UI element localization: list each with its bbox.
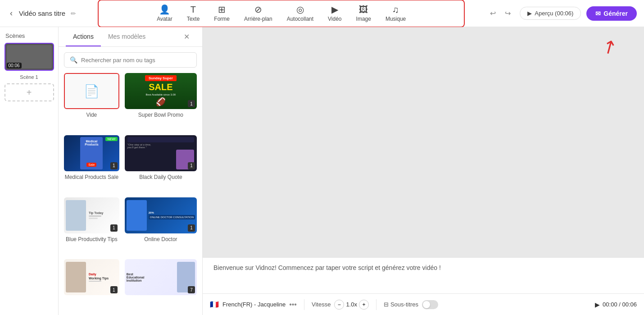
template-badge-doctor: 1 (188, 224, 195, 232)
scene-name-1: Scène 1 (20, 74, 38, 80)
toolbar-label-video: Vidéo (328, 16, 341, 22)
template-card-superbowl[interactable]: Sunday Super SALE Best Available since 3… (125, 73, 197, 130)
toolbar-item-forme[interactable]: ⊞Forme (207, 2, 237, 25)
template-card-vide[interactable]: 📄 Vide (64, 73, 119, 130)
divider-2 (376, 299, 376, 310)
scenes-panel: Scènes 00:06 Scène 1 + (0, 27, 59, 315)
back-button[interactable]: ‹ (7, 6, 15, 21)
time-display: 00:00 / 00:06 (603, 301, 637, 308)
template-badge-superbowl: 1 (188, 100, 195, 107)
toolbar-center: 👤AvatarTTexte⊞Forme⊘Arrière-plan◎Autocol… (98, 0, 465, 27)
language-flag: 🇫🇷 (210, 300, 219, 309)
scenes-label: Scènes (4, 32, 25, 39)
toolbar-icon-video: ▶ (331, 5, 338, 14)
bottom-bar: 🇫🇷 French(FR) - Jacqueline ••• Vitesse −… (203, 293, 644, 315)
toolbar-label-forme: Forme (214, 16, 230, 22)
add-scene-button[interactable]: + (5, 83, 54, 101)
panel-tabs: Actions Mes modèles ✕ (59, 27, 202, 47)
template-label-superbowl: Super Bowl Promo (125, 112, 197, 118)
preview-icon: ▶ (527, 10, 532, 17)
play-button[interactable]: ▶ (595, 301, 600, 308)
template-card-working[interactable]: Daily Working Tips 1 (64, 259, 119, 310)
speed-increase-button[interactable]: + (359, 300, 369, 310)
undo-redo-group: ↩ ↪ (486, 7, 514, 19)
toolbar-icon-texte: T (190, 5, 196, 14)
toolbar-item-musique[interactable]: ♫Musique (378, 2, 413, 25)
toolbar-item-video[interactable]: ▶Vidéo (321, 2, 349, 25)
template-label-vide: Vide (64, 112, 119, 118)
toolbar-item-avatar[interactable]: 👤Avatar (150, 2, 179, 25)
generate-button[interactable]: ✉ Générer (586, 6, 637, 21)
preview-button[interactable]: ▶ Aperçu (00:06) (520, 7, 581, 20)
tab-models[interactable]: Mes modèles (101, 27, 153, 46)
toolbar-label-autocollant: Autocollant (287, 16, 313, 22)
speed-control: − 1.0x + (334, 300, 369, 310)
speed-section: Vitesse − 1.0x + (312, 300, 369, 310)
template-label-medical: Medical Products Sale (64, 174, 119, 180)
video-title: Vidéo sans titre (19, 9, 65, 17)
undo-button[interactable]: ↩ (486, 7, 499, 19)
play-controls: ▶ 00:00 / 00:06 (595, 301, 637, 308)
template-label-blackquote: Black Daily Quote (125, 174, 197, 180)
toolbar-icon-avatar: 👤 (159, 5, 170, 14)
language-label: French(FR) - Jacqueline (222, 301, 286, 308)
template-thumb-medical: Medical Products Sale NEW! 1 (64, 135, 119, 171)
template-thumb-blackquote: "One step at a time,you'll get there." 1 (125, 135, 197, 171)
toolbar-right: ↩ ↪ ▶ Aperçu (00:06) ✉ Générer (486, 6, 637, 21)
language-options-button[interactable]: ••• (289, 301, 297, 309)
template-badge-working: 1 (110, 286, 118, 293)
template-card-blackquote[interactable]: "One step at a time,you'll get there." 1… (125, 135, 197, 192)
actions-panel: Actions Mes modèles ✕ 🔍 📄 Vide Sunday Su… (59, 27, 203, 315)
divider-1 (304, 299, 304, 310)
cc-icon: ⊟ (384, 301, 389, 308)
preview-label: Aperçu (00:06) (535, 10, 573, 17)
cc-section: ⊟ Sous-titres (384, 300, 438, 309)
template-label-productivity: Blue Productivity Tips (64, 236, 119, 242)
search-box: 🔍 (64, 52, 197, 68)
generate-label: Générer (603, 10, 628, 17)
cc-label: Sous-titres (390, 301, 418, 308)
language-section: 🇫🇷 French(FR) - Jacqueline ••• (210, 300, 297, 309)
scene-thumb-1[interactable]: 00:06 (5, 43, 54, 71)
main-area: Scènes 00:06 Scène 1 + Actions Mes modèl… (0, 27, 644, 315)
toolbar-item-arriere-plan[interactable]: ⊘Arrière-plan (237, 2, 280, 25)
template-badge-medical: 1 (110, 162, 118, 169)
toolbar-icon-image: 🖼 (359, 5, 368, 14)
generate-arrow-indicator: ↗ (598, 34, 621, 59)
template-card-doctor[interactable]: 20% ONLINE DOCTOR CONSULTATION 1 Online … (125, 197, 197, 254)
speed-value: 1.0x (346, 301, 357, 308)
toolbar-label-avatar: Avatar (157, 16, 172, 22)
tab-actions[interactable]: Actions (66, 27, 101, 46)
cc-button[interactable]: ⊟ Sous-titres (384, 301, 418, 308)
toolbar-icon-musique: ♫ (392, 5, 399, 14)
toolbar-label-texte: Texte (187, 16, 200, 22)
template-thumb-doctor: 20% ONLINE DOCTOR CONSULTATION 1 (125, 197, 197, 233)
template-card-medical[interactable]: Medical Products Sale NEW! 1 Medical Pro… (64, 135, 119, 192)
toolbar-item-texte[interactable]: TTexte (180, 2, 207, 25)
template-label-doctor: Online Doctor (125, 236, 197, 242)
template-badge-productivity: 1 (110, 224, 118, 232)
toolbar-label-image: Image (356, 16, 371, 22)
top-bar: ‹ Vidéo sans titre ✏ 👤AvatarTTexte⊞Forme… (0, 0, 644, 27)
template-thumb-vide: 📄 (64, 73, 119, 109)
template-card-productivity[interactable]: Tip Today 1 Blue Productivity Tips (64, 197, 119, 254)
toolbar-item-autocollant[interactable]: ◎Autocollant (280, 2, 321, 25)
toolbar-label-musique: Musique (385, 16, 406, 22)
generate-icon: ✉ (595, 10, 601, 17)
toolbar-item-image[interactable]: 🖼Image (349, 2, 378, 25)
template-thumb-working: Daily Working Tips 1 (64, 259, 119, 295)
toolbar-icon-arriere-plan: ⊘ (254, 5, 262, 14)
script-text: Bienvenue sur Vidnoz! Commencez par tape… (213, 264, 633, 271)
redo-button[interactable]: ↪ (501, 7, 514, 19)
scene-time: 00:06 (7, 63, 22, 68)
edit-title-icon[interactable]: ✏ (71, 10, 76, 17)
cc-toggle[interactable] (422, 300, 438, 309)
canvas-area: ↗ Bienvenue sur Vidnoz! Commencez par ta… (203, 27, 644, 315)
toolbar-icon-forme: ⊞ (218, 5, 226, 14)
close-panel-button[interactable]: ✕ (178, 27, 195, 46)
template-card-educational[interactable]: BestEducationalInstitution 7 (125, 259, 197, 310)
search-input[interactable] (81, 57, 191, 64)
speed-decrease-button[interactable]: − (334, 300, 344, 310)
toolbar-label-arriere-plan: Arrière-plan (244, 16, 272, 22)
templates-grid: 📄 Vide Sunday Super SALE Best Available … (59, 73, 202, 315)
